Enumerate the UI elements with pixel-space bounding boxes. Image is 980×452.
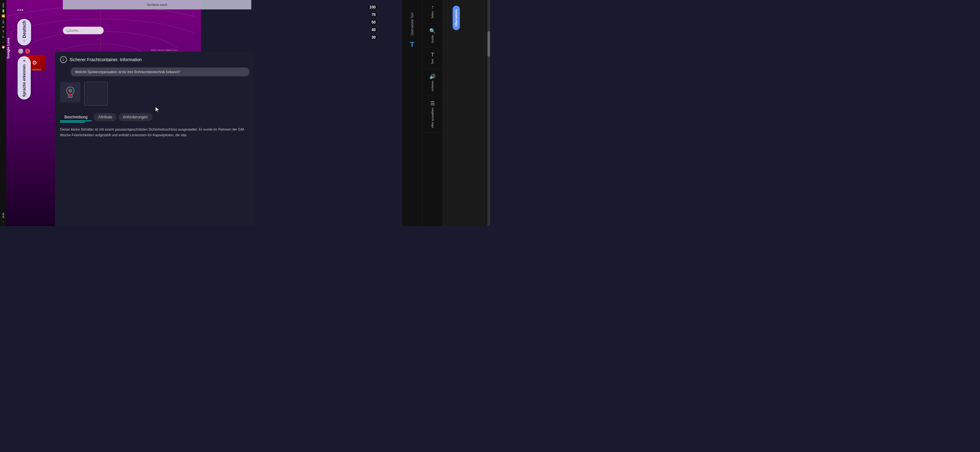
status-bar-bottom: 19:38 ↓: [2, 213, 5, 223]
number-40: 40: [370, 27, 377, 32]
item-image: [60, 82, 80, 102]
network-text: 4G+: [2, 19, 5, 24]
minimize-button[interactable]: —: [18, 49, 23, 54]
info-question: Welche Spielerorganisation ist für ihre …: [71, 68, 250, 76]
number-30: 30: [370, 35, 377, 40]
battery-text: 63%: [2, 3, 5, 8]
tab-beschreibung[interactable]: Beschreibung: [60, 113, 92, 121]
notification-icon: ①: [2, 35, 5, 39]
deutsch-button[interactable]: Deutsch ↑: [17, 19, 31, 46]
info-content-area: [55, 79, 255, 108]
text-button[interactable]: T Text: [422, 48, 442, 69]
right-overall-panel: Übersetzter Text T ↑ Teilen 🔍 Suche T Te…: [402, 0, 490, 226]
alles-auswaehlen-label: Alles auswählen: [431, 108, 434, 128]
game-label: GM's Secret Stash Con...: [151, 49, 179, 51]
alles-auswaehlen-button[interactable]: ☰ Alles auswählen: [422, 96, 442, 133]
answer-input-box[interactable]: [84, 82, 108, 105]
sortiere-label: Sortiere nach: [147, 3, 167, 6]
status-bar-top: 63% 🔋 📶 4G+ ✈ 📍 ① → ⏰: [2, 3, 5, 49]
game-numbers: 100 75 50 40 30: [368, 5, 377, 40]
sortiere-bar[interactable]: Sortiere nach: [63, 0, 251, 10]
three-dots-menu[interactable]: •••: [17, 8, 24, 13]
number-75: 75: [370, 12, 377, 17]
suche-button[interactable]: 🔍 Suche: [422, 24, 442, 48]
battery-icon: 🔋: [2, 10, 5, 13]
down-arrow-icon: ↓: [3, 220, 4, 223]
close-button[interactable]: ✕: [25, 49, 30, 54]
svg-rect-8: [69, 93, 71, 95]
svg-point-6: [68, 89, 72, 93]
sprache-erkennen-label: Sprache erkennen: [22, 64, 26, 97]
translated-text-label: Übersetzter Text: [410, 13, 414, 35]
teilen-label: Teilen: [431, 11, 434, 19]
arrow-right-icon: →: [2, 41, 5, 44]
deutsch-label: Deutsch: [22, 21, 27, 38]
anhoeren-label: Anhören: [431, 81, 434, 91]
tab-attribute[interactable]: Attribute: [94, 113, 116, 121]
location-icon: 📍: [2, 30, 5, 33]
anhoeren-button[interactable]: 🔊 Anhören: [422, 69, 442, 96]
info-header: i Sicherer Frachtcontainer. Information: [55, 52, 255, 66]
wifi-icon: ✈: [2, 25, 5, 29]
translated-T-icon: T: [410, 41, 414, 49]
description-text: Dieser kleine Behälter ist mit einem pas…: [55, 122, 255, 142]
status-bar: 63% 🔋 📶 4G+ ✈ 📍 ① → ⏰ 19:38 ↓: [0, 0, 6, 226]
suche-label: Suche: [431, 35, 434, 43]
search-bar[interactable]: 🔍 Suche...: [63, 27, 103, 34]
scrollbar[interactable]: [487, 0, 490, 226]
teilen-button[interactable]: ↑ Teilen: [422, 0, 442, 24]
select-all-icon: ☰: [430, 100, 435, 106]
time-text: 19:38: [2, 213, 5, 219]
uebersetzen-label: Übersetzen: [455, 10, 458, 26]
search-icon: 🔍: [430, 28, 436, 34]
info-panel: i Sicherer Frachtcontainer. Information …: [55, 52, 255, 226]
sprache-erkennen-button[interactable]: ✦ Sprache erkennen: [18, 56, 31, 100]
info-icon: i: [60, 56, 67, 63]
search-placeholder: Suche...: [69, 29, 81, 32]
alarm-icon: ⏰: [2, 46, 5, 49]
signal-icon: 📶: [2, 14, 5, 17]
share-icon: ↑: [431, 5, 434, 10]
sprache-icon: ✦: [22, 59, 26, 63]
tabs-row: Beschreibung Attribute Anforderungen: [55, 108, 255, 121]
tab-anforderungen[interactable]: Anforderungen: [118, 113, 152, 121]
arrow-up-icon: ↑: [23, 39, 25, 44]
uebersetzen-button[interactable]: Übersetzen: [453, 6, 460, 30]
number-50: 50: [370, 20, 377, 25]
google-lens-label: Google Lens: [6, 38, 10, 59]
search-text: 🔍: [65, 29, 69, 32]
item-icon-svg: [62, 84, 78, 100]
scroll-thumb[interactable]: [487, 32, 490, 57]
headphones-icon: 🔊: [430, 73, 436, 79]
text-icon: T: [431, 52, 434, 58]
number-100: 100: [368, 5, 377, 10]
info-title: Sicherer Frachtcontainer. Information: [69, 57, 142, 62]
text-label: Text: [431, 59, 434, 64]
